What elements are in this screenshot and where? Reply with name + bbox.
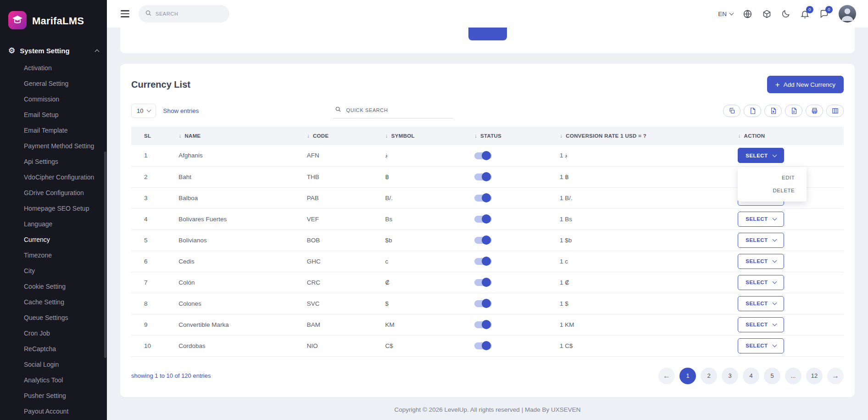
sidebar-item-social-login[interactable]: Social Login	[0, 357, 107, 372]
cell-action: SELECT	[733, 251, 844, 272]
print-export-button[interactable]	[806, 105, 823, 117]
quick-search-input[interactable]	[346, 107, 451, 113]
column-header-conversion-rate-1-usd[interactable]: ↓CONVERSION RATE 1 USD = ?	[555, 127, 733, 145]
cell-action: SELECTEDITDELETE	[733, 145, 844, 166]
sidebar-item-currency[interactable]: Currency	[0, 232, 107, 247]
column-header-code[interactable]: ↓CODE	[302, 127, 381, 145]
column-label: SL	[144, 133, 151, 139]
select-button[interactable]: SELECT	[738, 275, 784, 290]
select-button[interactable]: SELECT	[738, 233, 784, 248]
page-4[interactable]: 4	[743, 368, 759, 384]
entries-count-select[interactable]: 10	[131, 104, 156, 118]
cell-status	[470, 272, 555, 293]
status-toggle[interactable]	[474, 237, 492, 244]
sidebar-scrollbar[interactable]	[104, 151, 106, 358]
sidebar-item-analytics-tool[interactable]: Analytics Tool	[0, 372, 107, 388]
status-toggle[interactable]	[474, 216, 492, 223]
cell-status	[470, 251, 555, 272]
status-toggle[interactable]	[474, 174, 492, 180]
box-icon-button[interactable]	[762, 9, 772, 19]
sidebar-item-recaptcha[interactable]: ReCaptcha	[0, 341, 107, 357]
sidebar-item-pusher-setting[interactable]: Pusher Setting	[0, 388, 107, 403]
sidebar-item-payout-account[interactable]: Payout Account	[0, 403, 107, 419]
sidebar: MarifaLMS ⚙ System Setting ActivationGen…	[0, 0, 107, 420]
cell-sl: 10	[131, 335, 174, 356]
sidebar-item-cron-job[interactable]: Cron Job	[0, 325, 107, 341]
select-button[interactable]: SELECT	[738, 254, 784, 269]
cell-action: SELECT	[733, 208, 844, 230]
table-row: 9Convertible MarkaBAMKM1 KMSELECT	[131, 314, 844, 335]
columns-export-button[interactable]	[826, 105, 844, 117]
sidebar-item-homepage-seo-setup[interactable]: Homepage SEO Setup	[0, 201, 107, 216]
messages-button[interactable]: 0	[819, 9, 829, 19]
select-button[interactable]: SELECT	[738, 338, 784, 353]
column-header-action[interactable]: ↓ACTION	[733, 127, 844, 145]
language-selector[interactable]: EN	[718, 11, 733, 17]
excel-export-button[interactable]	[764, 105, 782, 117]
status-toggle[interactable]	[474, 279, 492, 286]
sidebar-item-cookie-setting[interactable]: Cookie Setting	[0, 279, 107, 294]
sidebar-item-vdocipher-configuration[interactable]: VdoCipher Configuration	[0, 169, 107, 185]
select-button[interactable]: SELECT	[738, 296, 784, 311]
cell-conversion-rate: 1 C$	[555, 335, 733, 356]
partial-submit-button[interactable]	[468, 28, 507, 40]
page-1[interactable]: 1	[679, 368, 696, 384]
sidebar-item-payment-method-setting[interactable]: Payment Method Setting	[0, 138, 107, 154]
sidebar-item-commission[interactable]: Commission	[0, 91, 107, 107]
sidebar-item-email-setup[interactable]: Email Setup	[0, 107, 107, 123]
sidebar-item-city[interactable]: City	[0, 263, 107, 279]
page-2[interactable]: 2	[701, 368, 717, 384]
status-toggle[interactable]	[474, 342, 492, 349]
sidebar-item-language[interactable]: Language	[0, 216, 107, 232]
page-3[interactable]: 3	[722, 368, 738, 384]
page-5[interactable]: 5	[764, 368, 780, 384]
sidebar-item-timezone[interactable]: Timezone	[0, 247, 107, 263]
sidebar-item-email-template[interactable]: Email Template	[0, 123, 107, 138]
status-toggle[interactable]	[474, 300, 492, 307]
sidebar-item-general-setting[interactable]: General Setting	[0, 76, 107, 91]
status-toggle[interactable]	[474, 195, 492, 202]
sort-arrow-icon: ↓	[474, 133, 477, 139]
quick-search[interactable]	[333, 103, 453, 118]
sidebar-item-api-settings[interactable]: Api Settings	[0, 154, 107, 169]
brand[interactable]: MarifaLMS	[0, 0, 107, 41]
copy-export-button[interactable]	[723, 105, 740, 117]
page-ellipsis: ...	[785, 368, 801, 384]
header-search[interactable]	[139, 5, 229, 22]
status-toggle[interactable]	[474, 152, 492, 159]
sidebar-item-queue-settings[interactable]: Queue Settings	[0, 310, 107, 325]
sidebar-section-system-setting[interactable]: ⚙ System Setting	[0, 41, 107, 60]
add-new-currency-button[interactable]: + Add New Currency	[767, 76, 844, 93]
status-toggle[interactable]	[474, 321, 492, 328]
column-header-name[interactable]: ↓NAME	[174, 127, 302, 145]
dark-mode-button[interactable]	[781, 9, 790, 18]
cell-sl: 2	[131, 166, 174, 187]
select-button[interactable]: SELECT	[738, 212, 784, 227]
pdf-export-button[interactable]	[785, 105, 802, 117]
menu-item-delete[interactable]: DELETE	[738, 184, 807, 197]
brand-name: MarifaLMS	[32, 15, 84, 27]
sidebar-item-cache-setting[interactable]: Cache Setting	[0, 294, 107, 310]
csv-export-button[interactable]	[744, 105, 761, 117]
user-avatar[interactable]	[839, 5, 856, 22]
toggle-knob	[482, 278, 491, 287]
menu-item-edit[interactable]: EDIT	[738, 171, 807, 184]
column-header-status[interactable]: ↓STATUS	[470, 127, 555, 145]
sidebar-item-gdrive-configuration[interactable]: GDrive Configuration	[0, 185, 107, 201]
notifications-button[interactable]: 0	[800, 9, 810, 19]
menu-toggle-button[interactable]	[119, 8, 131, 19]
column-header-symbol[interactable]: ↓SYMBOL	[381, 127, 470, 145]
prev-page-button[interactable]: ←	[658, 368, 675, 384]
select-button[interactable]: SELECT	[738, 317, 784, 332]
next-page-button[interactable]: →	[827, 368, 844, 384]
select-button[interactable]: SELECT	[738, 148, 784, 163]
search-input[interactable]	[156, 11, 223, 17]
globe-icon-button[interactable]	[743, 9, 752, 19]
status-toggle[interactable]	[474, 258, 492, 265]
sort-arrow-icon: ↓	[560, 133, 562, 139]
content-area: Currency List + Add New Currency 10 Show…	[107, 28, 868, 420]
select-label: SELECT	[746, 153, 768, 158]
page-12[interactable]: 12	[806, 368, 823, 384]
cell-status	[470, 293, 555, 314]
sidebar-item-activation[interactable]: Activation	[0, 60, 107, 76]
